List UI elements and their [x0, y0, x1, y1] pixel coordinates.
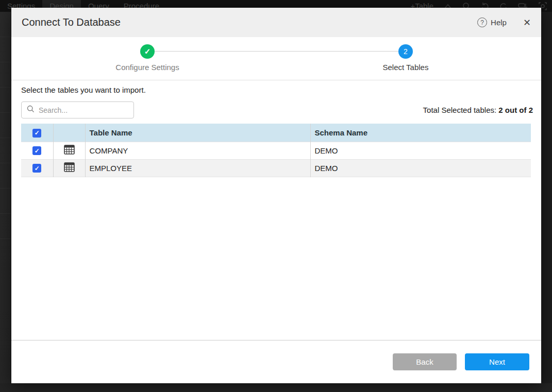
summary-label: Total Selected tables: — [423, 106, 497, 114]
tables-list: ✓ Table Name Schema Name ✓ COMPANY DEMO … — [21, 124, 531, 177]
background-sidebar — [0, 12, 11, 392]
select-all-checkbox[interactable]: ✓ — [32, 129, 41, 138]
step-configure-settings: ✓ Configure Settings — [91, 44, 204, 72]
table-header-row: ✓ Table Name Schema Name — [21, 124, 531, 142]
row-checkbox[interactable]: ✓ — [32, 164, 41, 173]
table-row[interactable]: ✓ EMPLOYEE DEMO — [21, 159, 531, 177]
step-number-badge: 2 — [398, 44, 413, 59]
instruction-text: Select the tables you want to import. — [21, 86, 146, 94]
summary-value: 2 out of 2 — [498, 106, 533, 114]
schema-name-cell: DEMO — [310, 142, 531, 159]
footer-divider — [11, 340, 541, 340]
table-grid-icon — [64, 145, 75, 156]
next-button[interactable]: Next — [465, 353, 529, 370]
dialog-title: Connect To Database — [22, 16, 121, 28]
close-icon[interactable]: ✕ — [523, 17, 531, 28]
help-button[interactable]: ? Help — [477, 18, 507, 27]
column-header-table-name: Table Name — [85, 124, 310, 142]
connect-to-database-dialog: Connect To Database ? Help ✕ ✓ Configure… — [11, 8, 541, 383]
table-name-cell: EMPLOYEE — [85, 159, 310, 177]
column-header-schema-name: Schema Name — [310, 124, 531, 142]
icon-column-header — [53, 124, 85, 142]
step-select-tables: 2 Select Tables — [349, 44, 462, 72]
search-box — [21, 101, 134, 118]
table-name-cell: COMPANY — [85, 142, 310, 159]
help-label: Help — [491, 18, 507, 27]
stepper: ✓ Configure Settings 2 Select Tables — [11, 37, 541, 80]
background-canvas — [0, 383, 552, 392]
back-button[interactable]: Back — [393, 353, 457, 370]
table-row[interactable]: ✓ COMPANY DEMO — [21, 142, 531, 159]
dialog-header: Connect To Database ? Help ✕ — [11, 8, 541, 37]
row-checkbox[interactable]: ✓ — [32, 146, 41, 155]
step-label: Configure Settings — [91, 63, 204, 72]
table-grid-icon — [64, 162, 75, 174]
search-input[interactable] — [39, 106, 128, 114]
step-complete-check-icon: ✓ — [140, 44, 155, 59]
selected-tables-summary: Total Selected tables: 2 out of 2 — [423, 106, 533, 114]
search-icon — [27, 105, 35, 115]
help-icon: ? — [477, 18, 487, 27]
schema-name-cell: DEMO — [310, 159, 531, 177]
step-label: Select Tables — [349, 63, 462, 72]
